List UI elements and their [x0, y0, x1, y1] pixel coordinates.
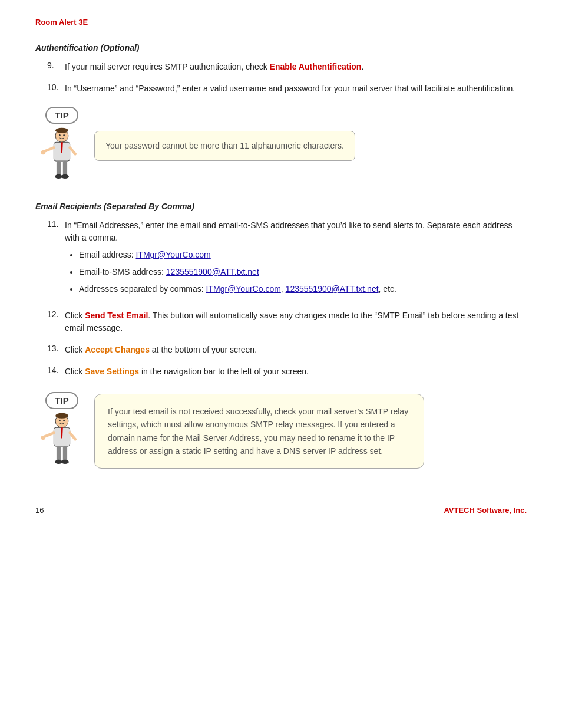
svg-point-23 — [61, 460, 69, 464]
list-item-sms: Email-to-SMS address: 1235551900@ATT.txt… — [79, 266, 527, 278]
svg-point-9 — [55, 174, 62, 179]
email-link-3[interactable]: ITMgr@YourCo.com — [206, 284, 281, 294]
page-footer: 16 AVTECH Software, Inc. — [35, 506, 527, 515]
comma-separator: , — [281, 284, 286, 294]
svg-point-18 — [41, 436, 45, 440]
item-9-number: 9. — [47, 61, 65, 73]
numbered-item-13: 13. Click Accept Changes at the bottom o… — [35, 344, 527, 356]
svg-rect-20 — [57, 446, 61, 461]
item-13-number: 13. — [47, 344, 65, 356]
svg-rect-8 — [63, 161, 67, 176]
svg-point-12 — [63, 134, 65, 136]
page-header: Room Alert 3E — [35, 18, 527, 27]
numbered-item-14: 14. Click Save Settings in the navigatio… — [35, 365, 527, 378]
item-13-text-after: at the bottom of your screen. — [150, 345, 257, 354]
item-12-highlight: Send Test Email — [85, 311, 148, 320]
item-9-text-before: If your mail server requires SMTP authen… — [65, 62, 270, 71]
item-9-highlight: Enable Authentification — [270, 62, 362, 71]
numbered-item-11: 11. In “Email Addresses,” enter the emai… — [35, 219, 527, 300]
item-13-highlight: Accept Changes — [85, 345, 150, 354]
tip-callout-1: Your password cannot be more than 11 alp… — [94, 131, 355, 161]
tip-character-2 — [38, 411, 85, 470]
svg-point-10 — [61, 174, 69, 179]
tip-label-2: TIP — [45, 392, 78, 409]
footer-page-number: 16 — [35, 506, 44, 515]
item-13-text-before: Click — [65, 345, 85, 354]
numbered-item-9: 9. If your mail server requires SMTP aut… — [35, 61, 527, 73]
item-9-content: If your mail server requires SMTP authen… — [65, 61, 527, 73]
svg-point-11 — [59, 134, 61, 136]
svg-point-24 — [59, 420, 61, 421]
item-11-content: In “Email Addresses,” enter the email an… — [65, 219, 527, 300]
list-item-commas: Addresses separated by commas: ITMgr@You… — [79, 283, 527, 295]
tip-box-1: TIP Your password c — [35, 107, 527, 185]
svg-rect-21 — [63, 446, 67, 461]
item-9-text-after: . — [361, 62, 363, 71]
item-10-content: In “Username” and “Password,” enter a va… — [65, 83, 527, 95]
svg-point-1 — [55, 128, 68, 133]
sms-label: Email-to-SMS address: — [79, 267, 166, 276]
auth-section-heading: Authentification (Optional) — [35, 43, 527, 52]
item-13-content: Click Accept Changes at the bottom of yo… — [65, 344, 527, 356]
item-14-number: 14. — [47, 365, 65, 378]
comma-suffix: , etc. — [379, 284, 396, 294]
list-item-email: Email address: ITMgr@YourCo.com — [79, 249, 527, 261]
item-10-number: 10. — [47, 83, 65, 95]
svg-rect-7 — [57, 161, 61, 176]
footer-brand: AVTECH Software, Inc. — [444, 506, 527, 515]
tip-label-1: TIP — [45, 107, 78, 124]
tip-figure-2: TIP — [35, 392, 88, 470]
item-11-number: 11. — [47, 219, 65, 300]
tip-callout-2: If your test email is not received succe… — [94, 394, 424, 469]
item-11-text: In “Email Addresses,” enter the email an… — [65, 220, 513, 242]
item-12-text-before: Click — [65, 311, 85, 320]
numbered-item-10: 10. In “Username” and “Password,” enter … — [35, 83, 527, 95]
svg-point-22 — [55, 460, 62, 464]
svg-point-14 — [55, 413, 68, 419]
svg-line-19 — [70, 433, 75, 439]
email-section-heading: Email Recipients (Separated By Comma) — [35, 202, 527, 211]
email-label: Email address: — [79, 250, 135, 259]
svg-line-6 — [70, 147, 75, 154]
item-12-content: Click Send Test Email. This button will … — [65, 309, 527, 334]
item-14-highlight: Save Settings — [85, 367, 139, 376]
email-link-2[interactable]: 1235551900@ATT.txt.net — [166, 267, 259, 276]
svg-point-25 — [63, 420, 65, 421]
email-link-1[interactable]: ITMgr@YourCo.com — [135, 250, 210, 259]
svg-point-5 — [41, 150, 45, 154]
email-bullet-list: Email address: ITMgr@YourCo.com Email-to… — [65, 249, 527, 295]
item-14-content: Click Save Settings in the navigation ba… — [65, 365, 527, 378]
item-14-text-after: in the navigation bar to the left of you… — [139, 367, 309, 376]
item-12-number: 12. — [47, 309, 65, 334]
email-link-4[interactable]: 1235551900@ATT.txt.net — [286, 284, 379, 294]
comma-label: Addresses separated by commas: — [79, 284, 206, 294]
numbered-item-12: 12. Click Send Test Email. This button w… — [35, 309, 527, 334]
tip-figure-1: TIP — [35, 107, 88, 185]
item-14-text-before: Click — [65, 367, 85, 376]
tip-box-2: TIP If your test email is not received s… — [35, 392, 527, 470]
tip-character-1 — [38, 126, 85, 185]
